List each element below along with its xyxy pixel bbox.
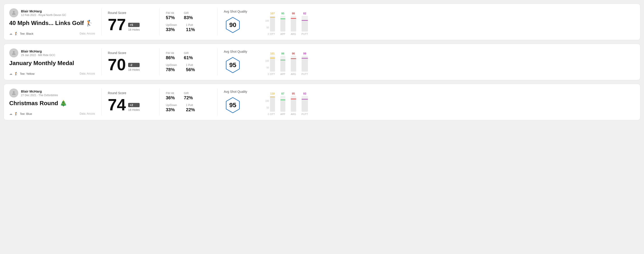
updown-label: Up/Down [166,23,177,26]
gir-stat: GIR 72% [184,92,193,101]
card-left: Blair McHarg 29 Jan 2022 · Mill Ride GCC… [9,48,95,75]
bar-line [291,99,296,99]
updown-stat: Up/Down 33% [166,23,177,32]
oneputt-value: 11% [186,27,195,32]
quality-label: Avg Shot Quality [224,50,247,53]
bar-wrapper [270,96,275,112]
tee-label: Tee: Blue [20,112,32,116]
bar-value-label: 96 [292,52,295,55]
bar-wrapper [270,16,275,31]
bar-axis-label: APP [280,33,285,35]
card-quality: Avg Shot Quality 90 [224,8,260,35]
bar-axis-label: ARG [291,33,296,35]
round-score-label: Round Score [108,91,153,95]
bar-wrapper [270,56,275,72]
bar-column: 98 ARG [291,12,296,35]
quality-label: Avg Shot Quality [224,10,247,13]
holes-label: 18 Holes [128,68,140,71]
player-date-course: 29 Jan 2022 · Mill Ride GCC [21,54,55,57]
bar-column: 95 ARG [291,92,296,116]
tee-info: ☁ 🏌 Tee: Blue [9,112,32,116]
bar-column: 107 OTT [270,12,275,35]
updown-stat: Up/Down 78% [166,64,177,72]
divider-1 [101,48,102,75]
divider-3 [217,89,218,116]
bar-value-label: 87 [281,92,284,95]
card-footer: ☁ 🏌 Tee: Blue Data: Arccos [9,112,95,116]
fw-hit-value: 86% [166,55,175,60]
tee-label: Tee: Black [20,32,34,35]
round-card-3: Blair McHarg 27 Dec 2021 · The Oxfordshi… [4,84,640,120]
bag-icon: 🏌 [14,72,18,75]
score-row: 77 +5 18 Holes [108,16,153,33]
data-source: Data: Arccos [80,72,95,75]
updown-stat: Up/Down 33% [166,104,177,112]
bar-line [280,100,285,100]
updown-label: Up/Down [166,104,177,107]
bag-icon: 🏌 [14,32,18,35]
bar-fill [302,59,308,72]
divider-3 [217,48,218,75]
score-badge-col: +5 18 Holes [128,23,140,33]
player-date-course: 12 Feb 2022 · Royal North Devon GC [21,13,66,17]
bar-value-label: 107 [270,12,275,15]
bar-line [302,99,308,100]
fw-hit-label: FW Hit [166,52,175,55]
bar-column: 101 OTT [270,52,275,75]
svg-point-0 [13,11,15,13]
stats-row-2: Up/Down 33% 1 Putt 11% [166,23,211,32]
bar-column: 86 APP [280,52,285,75]
bar-axis-label: PUTT [302,73,308,75]
round-card-1: Blair McHarg 12 Feb 2022 · Royal North D… [4,3,640,40]
bar-axis-label: PUTT [302,113,308,116]
bar-axis-label: PUTT [302,33,308,35]
stats-row-2: Up/Down 78% 1 Putt 56% [166,64,211,72]
bar-fill [302,21,308,31]
card-score: Round Score 74 +2 18 Holes [108,89,153,116]
card-footer: ☁ 🏌 Tee: Black Data: Arccos [9,32,95,35]
divider-1 [101,8,102,35]
card-footer: ☁ 🏌 Tee: Yellow Data: Arccos [9,72,95,75]
gir-value: 61% [184,55,193,60]
bar-fill [270,97,275,112]
score-badge: +5 [128,23,140,27]
bar-axis-label: ARG [291,113,296,116]
card-quality: Avg Shot Quality 95 [224,89,260,116]
oneputt-stat: 1 Putt 56% [186,64,195,72]
bar-value-label: 82 [303,12,306,15]
card-score: Round Score 77 +5 18 Holes [108,8,153,35]
oneputt-stat: 1 Putt 22% [186,104,195,112]
bar-wrapper [302,96,308,112]
oneputt-stat: 1 Putt 11% [186,23,195,32]
round-title: Christmas Round 🎄 [9,100,95,107]
data-source: Data: Arccos [80,112,95,115]
bar-line [270,97,275,97]
fw-hit-label: FW Hit [166,11,175,15]
bar-line [280,60,285,60]
fw-hit-stat: FW Hit 36% [166,92,175,101]
player-header: Blair McHarg 12 Feb 2022 · Royal North D… [9,8,95,17]
bar-wrapper [302,56,308,72]
round-score-label: Round Score [108,11,153,15]
score-number: 70 [108,57,126,73]
stats-row-1: FW Hit 86% GIR 61% [166,52,211,60]
card-chart: 100 50 0 110 OTT 87 APP [260,89,635,116]
bar-fill [291,19,296,31]
gir-value: 72% [184,95,193,101]
quality-label: Avg Shot Quality [224,90,247,94]
player-info: Blair McHarg 12 Feb 2022 · Royal North D… [21,9,66,17]
bar-column: 96 ARG [291,52,296,75]
quality-score: 95 [229,61,236,69]
divider-2 [159,89,160,116]
bar-wrapper [280,96,285,112]
updown-value: 33% [166,107,177,112]
quality-score: 95 [229,102,236,109]
round-card-2: Blair McHarg 29 Jan 2022 · Mill Ride GCC… [4,44,640,80]
score-badge: -2 [128,63,140,67]
svg-point-1 [13,51,15,53]
divider-2 [159,8,160,35]
card-stats: FW Hit 86% GIR 61% Up/Down 78% 1 Putt 56… [166,48,211,75]
bar-line [270,17,275,17]
bar-fill [291,59,296,72]
card-quality: Avg Shot Quality 95 [224,48,260,75]
